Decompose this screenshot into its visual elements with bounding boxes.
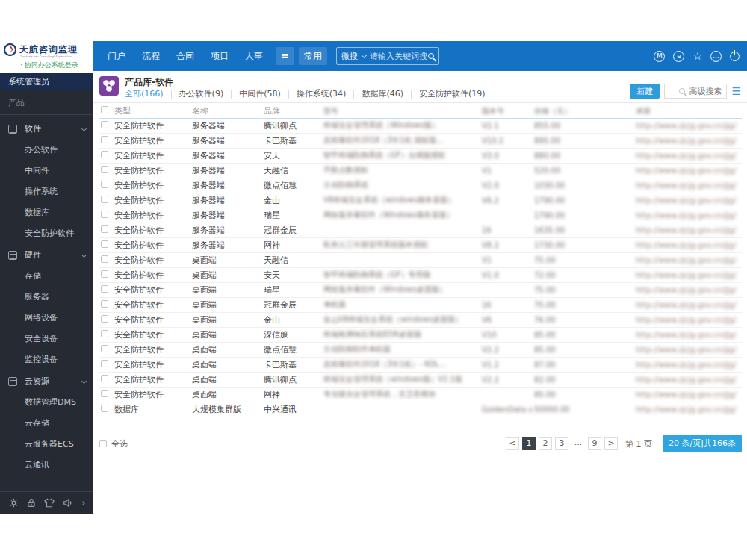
nav-hamburger-icon[interactable]: ≡ (276, 47, 294, 65)
search-scope-dropdown[interactable]: 微搜 (341, 51, 370, 62)
nav-item-流程[interactable]: 流程 (134, 41, 168, 71)
tab-数据库(46)[interactable]: 数据库(46) (354, 90, 412, 99)
search-icon[interactable] (428, 53, 434, 59)
oa-login-link[interactable]: · 协同办公系统登录 (20, 60, 90, 70)
cell-source-link[interactable]: http://www.zjcjg.gov.cn/jjg/ (634, 223, 742, 237)
sidebar-item-网络设备[interactable]: 网络设备 (0, 308, 93, 329)
column-header-2[interactable]: 名称 (190, 105, 262, 118)
sidebar-group-软件[interactable]: 软件 (0, 118, 93, 140)
row-checkbox[interactable] (101, 285, 108, 293)
cell-source-link[interactable]: http://www.zjcjg.gov.cn/jjg/ (634, 387, 742, 402)
cell-source-link[interactable]: http://www.zjcjg.gov.cn/jjg/ (634, 133, 742, 148)
cell-source-link[interactable]: http://www.zjcjg.gov.cn/jjg/ (634, 252, 742, 267)
cell-source-link[interactable]: http://www.zjcjg.gov.cn/jjg/ (634, 327, 742, 342)
cell-source-link[interactable]: http://www.zjcjg.gov.cn/jjg/ (634, 342, 742, 357)
column-header-5[interactable]: 版本号 (480, 105, 533, 118)
gear-icon[interactable] (9, 498, 19, 508)
row-checkbox[interactable] (101, 270, 108, 278)
column-header-3[interactable]: 品牌 (262, 105, 322, 118)
tab-全部(166)[interactable]: 全部(166) (125, 90, 172, 99)
sidebar-group-云资源[interactable]: 云资源 (0, 370, 93, 392)
nav-item-合同[interactable]: 合同 (168, 41, 202, 71)
cell-source-link[interactable]: http://www.zjcjg.gov.cn/jjg/ (634, 208, 742, 223)
row-checkbox[interactable] (101, 136, 108, 143)
select-all-header-checkbox[interactable] (101, 106, 108, 113)
page-button-<[interactable]: < (506, 437, 519, 450)
row-checkbox[interactable] (101, 330, 108, 337)
row-checkbox[interactable] (101, 360, 108, 367)
sidebar-item-数据库[interactable]: 数据库 (0, 202, 93, 223)
cell-source-link[interactable]: http://www.zjcjg.gov.cn/jjg/ (634, 118, 742, 133)
column-header-6[interactable]: 价格（元） (533, 105, 634, 118)
nav-item-common[interactable]: 常用 (299, 47, 327, 65)
page-button-2[interactable]: 2 (539, 437, 552, 450)
row-checkbox[interactable] (101, 225, 108, 233)
page-button-1[interactable]: 1 (522, 437, 536, 450)
star-icon[interactable]: ☆ (692, 51, 702, 62)
row-checkbox[interactable] (101, 196, 108, 203)
table-search-input[interactable]: 高级搜索 (664, 84, 727, 99)
column-header-4[interactable]: 型号 (322, 105, 480, 118)
row-checkbox[interactable] (101, 345, 108, 352)
row-checkbox[interactable] (101, 181, 108, 188)
theme-shirt-icon[interactable] (44, 498, 55, 508)
sidebar-item-监控设备[interactable]: 监控设备 (0, 349, 93, 370)
row-checkbox[interactable] (101, 315, 108, 323)
cell-source-link[interactable]: http://www.zjcjg.gov.cn/jjg/ (634, 178, 742, 193)
column-header-1[interactable]: 类型 (113, 105, 190, 118)
tab-安全防护软件(19)[interactable]: 安全防护软件(19) (412, 90, 493, 99)
nav-item-门户[interactable]: 门户 (99, 41, 134, 71)
new-button[interactable]: 新建 (630, 84, 660, 99)
sidebar-item-操作系统[interactable]: 操作系统 (0, 181, 93, 202)
sidebar-item-存储[interactable]: 存储 (0, 266, 93, 287)
row-checkbox[interactable] (101, 166, 108, 173)
nav-item-项目[interactable]: 项目 (202, 41, 237, 71)
page-button->[interactable]: > (604, 437, 618, 450)
row-checkbox[interactable] (101, 375, 108, 382)
cell-source-link[interactable]: http://www.zjcjg.gov.cn/jjg/ (634, 357, 742, 372)
list-view-icon[interactable]: ☰ (731, 86, 741, 96)
power-icon[interactable] (730, 52, 740, 61)
sidebar-item-数据管理DMS[interactable]: 数据管理DMS (0, 392, 93, 413)
lock-icon[interactable] (27, 498, 36, 508)
nav-item-人事[interactable]: 人事 (237, 41, 271, 71)
cell-source-link[interactable]: http://www.zjcjg.gov.cn/jjg/ (634, 372, 742, 387)
sidebar-item-云通讯[interactable]: 云通讯 (0, 455, 93, 476)
page-button-...[interactable]: ... (571, 437, 585, 450)
m-circle-icon[interactable]: M (654, 51, 665, 62)
row-checkbox[interactable] (101, 240, 108, 248)
cell-source-link[interactable]: http://www.zjcjg.gov.cn/jjg/ (634, 148, 742, 163)
tab-办公软件(9)[interactable]: 办公软件(9) (172, 90, 232, 99)
tab-中间件(58)[interactable]: 中间件(58) (232, 90, 289, 99)
sidebar-group-硬件[interactable]: 硬件 (0, 244, 93, 266)
sidebar-item-安全防护软件[interactable]: 安全防护软件 (0, 223, 93, 244)
cell-source-link[interactable]: http://www.zjcjg.gov.cn/jjg/ (634, 237, 742, 252)
cell-source-link[interactable]: http://www.zjcjg.gov.cn/jjg/ (634, 312, 742, 327)
e-circle-icon[interactable]: e (673, 51, 684, 62)
ellipsis-circle-icon[interactable]: … (710, 51, 722, 62)
row-checkbox[interactable] (101, 390, 108, 397)
column-header-7[interactable]: 来源 (634, 105, 742, 118)
cell-source-link[interactable]: http://www.zjcjg.gov.cn/jjg/ (634, 193, 742, 208)
search-input[interactable]: 请输入关键词搜 (370, 51, 428, 62)
sidebar-item-云存储[interactable]: 云存储 (0, 413, 93, 434)
page-button-9[interactable]: 9 (588, 437, 601, 450)
row-checkbox[interactable] (101, 300, 108, 308)
sidebar-collapse-icon[interactable] (81, 501, 86, 505)
select-all-checkbox[interactable] (99, 440, 107, 447)
row-checkbox[interactable] (101, 151, 108, 158)
sidebar-item-云服务器ECS[interactable]: 云服务器ECS (0, 434, 93, 455)
page-button-3[interactable]: 3 (555, 437, 568, 450)
cell-source-link[interactable]: http://www.zjcjg.gov.cn/jjg/ (634, 267, 742, 282)
advanced-search-button[interactable]: 高级搜索 (689, 86, 722, 97)
tab-操作系统(34)[interactable]: 操作系统(34) (289, 90, 355, 99)
row-checkbox[interactable] (101, 255, 108, 263)
row-checkbox[interactable] (101, 211, 108, 218)
sidebar-item-中间件[interactable]: 中间件 (0, 161, 93, 181)
row-checkbox[interactable] (101, 405, 108, 412)
cell-source-link[interactable]: http://www.zjcjg.gov.cn/jjg/ (634, 163, 742, 178)
cell-source-link[interactable]: http://www.zjcjg.gov.cn/jjg/ (634, 282, 742, 297)
cell-source-link[interactable]: http://www.zjcjg.gov.cn/jjg/ (634, 402, 742, 417)
sidebar-item-安全设备[interactable]: 安全设备 (0, 329, 93, 349)
sidebar-item-办公软件[interactable]: 办公软件 (0, 140, 93, 161)
